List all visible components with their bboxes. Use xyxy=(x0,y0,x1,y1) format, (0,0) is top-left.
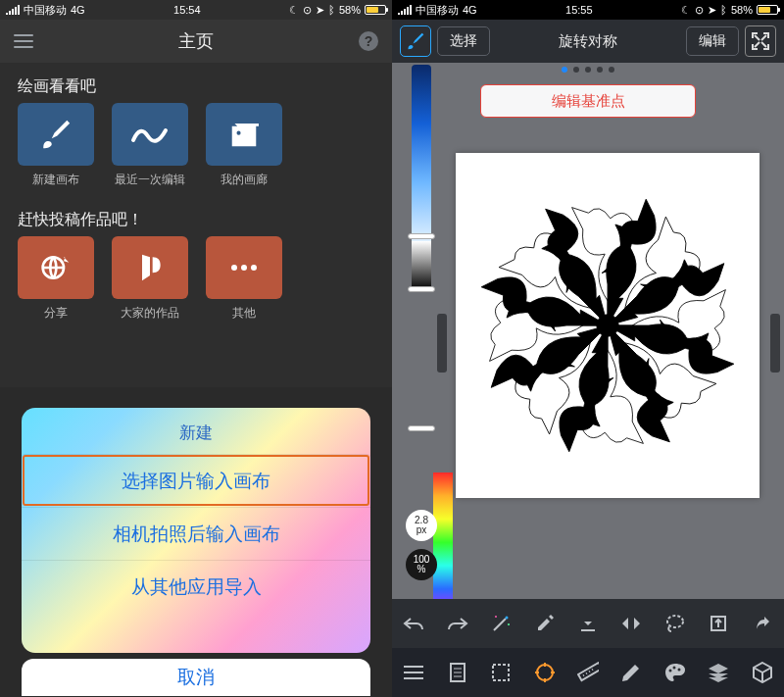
alarm-icon: ⊙ xyxy=(303,4,312,17)
pencil-icon[interactable] xyxy=(617,659,645,686)
battery-icon xyxy=(757,5,778,15)
alarm-icon: ⊙ xyxy=(695,4,704,17)
moon-icon: ☾ xyxy=(681,4,691,17)
svg-point-14 xyxy=(668,670,671,672)
fullscreen-icon[interactable] xyxy=(745,25,776,57)
network-label: 4G xyxy=(463,4,477,16)
layers-icon[interactable] xyxy=(705,659,732,686)
tile-label: 大家的作品 xyxy=(121,305,179,322)
sheet-option-select-image[interactable]: 选择图片输入画布 xyxy=(22,454,370,507)
svg-rect-11 xyxy=(493,665,509,680)
tile-other[interactable]: 其他 xyxy=(206,236,282,322)
symmetry-icon[interactable] xyxy=(531,659,559,686)
carrier-label: 中国移动 xyxy=(24,3,67,18)
tile-new-canvas[interactable]: 新建画布 xyxy=(18,103,94,188)
slider-knob[interactable] xyxy=(408,233,435,239)
carrier-label: 中国移动 xyxy=(416,3,459,18)
time-label: 15:55 xyxy=(565,4,593,16)
color-rail-shade[interactable] xyxy=(412,65,431,241)
opacity-unit: % xyxy=(417,565,426,574)
bluetooth-icon: ᛒ xyxy=(328,4,335,16)
right-panel-handle[interactable] xyxy=(770,314,780,373)
tile-label: 其他 xyxy=(232,305,256,322)
svg-point-4 xyxy=(251,265,257,271)
more-icon xyxy=(228,263,260,273)
time-label: 15:54 xyxy=(173,4,201,16)
status-bar: 中国移动 4G 15:54 ☾ ⊙ ➤ ᛒ 58% xyxy=(0,0,392,20)
color-rail[interactable] xyxy=(412,65,431,290)
globe-icon xyxy=(40,252,72,283)
sheet-title: 新建 xyxy=(22,408,370,454)
svg-point-15 xyxy=(672,667,675,670)
sheet-cancel-button[interactable]: 取消 xyxy=(22,659,370,696)
tool-row-lower xyxy=(392,648,784,697)
action-sheet: 新建 选择图片输入画布 相机拍照后输入画布 从其他应用导入 xyxy=(22,408,370,653)
location-icon: ➤ xyxy=(708,4,716,17)
document-icon[interactable] xyxy=(444,659,471,686)
slider-knob[interactable] xyxy=(408,425,435,431)
tile-label: 分享 xyxy=(44,305,68,322)
svg-point-0 xyxy=(237,131,241,135)
palette-icon[interactable] xyxy=(662,659,689,686)
color-rail-bw[interactable] xyxy=(412,241,431,290)
tool-row-upper xyxy=(392,599,784,648)
mandala-artwork xyxy=(470,188,745,463)
draw-grid: 新建画布 最近一次编辑 我的画廊 xyxy=(0,103,392,196)
brush-tool-button[interactable] xyxy=(400,25,431,57)
squiggle-icon xyxy=(130,121,170,148)
brush-size-pill[interactable]: 2.8 px xyxy=(406,510,437,541)
canvas[interactable] xyxy=(456,153,760,498)
svg-point-3 xyxy=(241,265,247,271)
section-submit-heading: 赶快投稿作品吧！ xyxy=(0,196,392,236)
svg-point-12 xyxy=(537,665,553,680)
menu-icon[interactable] xyxy=(14,34,33,48)
sheet-option-camera[interactable]: 相机拍照后输入画布 xyxy=(22,507,370,560)
moon-icon: ☾ xyxy=(289,4,299,17)
tile-label: 新建画布 xyxy=(32,172,79,188)
page-title: 主页 xyxy=(178,29,214,53)
tile-my-gallery[interactable]: 我的画廊 xyxy=(206,103,282,188)
slider-knob[interactable] xyxy=(408,286,435,292)
titlebar: 主页 ? xyxy=(0,20,392,63)
edit-button[interactable]: 编辑 xyxy=(686,26,739,56)
battery-pct: 58% xyxy=(731,4,753,16)
magic-wand-icon[interactable] xyxy=(487,610,514,637)
select-button[interactable]: 选择 xyxy=(437,26,490,56)
svg-point-6 xyxy=(506,617,509,620)
opacity-pill[interactable]: 100 % xyxy=(406,549,437,580)
screen-title: 旋转对称 xyxy=(490,32,686,51)
edit-pivot-button[interactable]: 编辑基准点 xyxy=(480,84,696,118)
tile-last-edit[interactable]: 最近一次编辑 xyxy=(112,103,188,188)
save-icon[interactable] xyxy=(574,610,602,637)
undo-icon[interactable] xyxy=(400,610,427,637)
right-phone: 中国移动 4G 15:55 ☾ ⊙ ➤ ᛒ 58% 选择 旋转对称 编辑 编辑基… xyxy=(392,0,784,697)
brush-icon xyxy=(39,118,73,151)
battery-icon xyxy=(365,5,386,15)
help-icon[interactable]: ? xyxy=(359,31,378,51)
svg-point-16 xyxy=(677,669,680,672)
ruler-icon[interactable] xyxy=(574,659,602,686)
sheet-option-import[interactable]: 从其他应用导入 xyxy=(22,560,370,613)
community-icon xyxy=(134,252,166,283)
tile-share[interactable]: 分享 xyxy=(18,236,94,322)
svg-point-7 xyxy=(495,616,497,618)
eyedropper-icon[interactable] xyxy=(531,610,559,637)
lasso-icon[interactable] xyxy=(662,610,689,637)
left-phone: 中国移动 4G 15:54 ☾ ⊙ ➤ ᛒ 58% 主页 ? 绘画看看吧 新建画… xyxy=(0,0,392,697)
redo-icon[interactable] xyxy=(444,610,471,637)
share-icon[interactable] xyxy=(749,610,776,637)
submit-grid: 分享 大家的作品 其他 xyxy=(0,236,392,329)
selection-icon[interactable] xyxy=(487,659,514,686)
brush-size-unit: px xyxy=(416,525,427,535)
signal-icon xyxy=(398,5,412,15)
tile-everyone-works[interactable]: 大家的作品 xyxy=(112,236,188,322)
menu-icon[interactable] xyxy=(400,659,427,686)
battery-pct: 58% xyxy=(339,4,361,16)
export-icon[interactable] xyxy=(705,610,732,637)
svg-rect-13 xyxy=(578,663,599,680)
svg-point-5 xyxy=(597,315,618,336)
tile-label: 最近一次编辑 xyxy=(115,172,185,188)
cube-icon[interactable] xyxy=(749,659,776,686)
left-panel-handle[interactable] xyxy=(437,314,447,373)
mirror-icon[interactable] xyxy=(617,610,645,637)
